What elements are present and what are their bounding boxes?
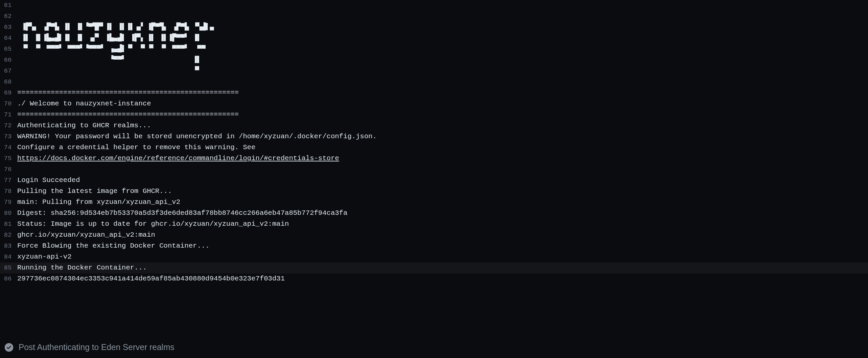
- line-number: 85: [4, 263, 17, 273]
- line-number: 62: [4, 11, 17, 21]
- line-content: ▝▘ ▝▘ ▀▀▀▘ ▀▀▀▘▝▀▀▀▘ ▗▄▟▌▝▘ ▝▘▝▘ ▝▘ ▀▀▀▘…: [17, 44, 864, 54]
- log-line[interactable]: 85Running the Docker Container...: [0, 263, 868, 273]
- line-number: 74: [4, 142, 17, 153]
- status-bar: Post Authenticating to Eden Server realm…: [0, 336, 868, 358]
- log-line[interactable]: 63 ▐▛▚▖ ▗▛▀▙ ▐▌ ▐▌▝▀▜▛▘▐▌ ▐▌▐▌▗▞ ▐▛▀▜▖ ▗…: [0, 22, 868, 33]
- line-content: Authenticating to GHCR realms...: [17, 120, 864, 131]
- log-line[interactable]: 65 ▝▘ ▝▘ ▀▀▀▘ ▀▀▀▘▝▀▀▀▘ ▗▄▟▌▝▘ ▝▘▝▘ ▝▘ ▀…: [0, 44, 868, 55]
- line-number: 79: [4, 197, 17, 207]
- line-content: Running the Docker Container...: [17, 263, 864, 273]
- log-line[interactable]: 77Login Succeeded: [0, 175, 868, 186]
- line-number: 82: [4, 230, 17, 240]
- line-content: ▐▛▚▖ ▗▛▀▙ ▐▌ ▐▌▝▀▜▛▘▐▌ ▐▌▐▌▗▞ ▐▛▀▜▖ ▗▛▀▙…: [17, 22, 864, 32]
- line-number: 63: [4, 22, 17, 32]
- log-line[interactable]: 78Pulling the latest image from GHCR...: [0, 186, 868, 197]
- log-line[interactable]: 66 ▝▀▀▘ ▐▌: [0, 55, 868, 66]
- line-content: ./ Welcome to nauzyxnet-instance: [17, 98, 864, 109]
- line-content: xyzuan-api-v2: [17, 252, 864, 262]
- line-number: 76: [4, 164, 17, 174]
- line-number: 80: [4, 208, 17, 218]
- log-line[interactable]: 86297736ec0874304ec3353c941a414de59af85a…: [0, 273, 868, 284]
- line-number: 84: [4, 252, 17, 262]
- line-number: 73: [4, 131, 17, 141]
- log-line[interactable]: 69======================================…: [0, 88, 868, 98]
- log-line[interactable]: 76: [0, 164, 868, 175]
- line-number: 72: [4, 120, 17, 131]
- line-number: 71: [4, 109, 17, 120]
- log-line[interactable]: 64 ▐▌ ▐▌▐▙▄▟▌▐▌ ▐▌ ▗▞▘ ▐▙▄▟▌ ▐▛▚ ▐▌ ▐▌▐▛…: [0, 33, 868, 44]
- line-number: 68: [4, 76, 17, 87]
- log-link[interactable]: https://docs.docker.com/engine/reference…: [17, 155, 339, 162]
- line-content: ▝▀▀▘ ▐▌: [17, 55, 864, 65]
- line-number: 78: [4, 186, 17, 196]
- log-line[interactable]: 74Configure a credential helper to remov…: [0, 142, 868, 153]
- log-line[interactable]: 84xyzuan-api-v2: [0, 252, 868, 263]
- log-line[interactable]: 70./ Welcome to nauzyxnet-instance: [0, 98, 868, 109]
- log-line[interactable]: 75https://docs.docker.com/engine/referen…: [0, 153, 868, 164]
- line-content: https://docs.docker.com/engine/reference…: [17, 153, 864, 164]
- line-content: 297736ec0874304ec3353c941a414de59af85ab4…: [17, 273, 864, 284]
- log-line[interactable]: 73WARNING! Your password will be stored …: [0, 131, 868, 142]
- line-content: Pulling the latest image from GHCR...: [17, 186, 864, 197]
- log-line[interactable]: 79main: Pulling from xyzuan/xyzuan_api_v…: [0, 197, 868, 208]
- log-line[interactable]: 62: [0, 11, 868, 22]
- line-number: 77: [4, 175, 17, 185]
- line-content: Configure a credential helper to remove …: [17, 142, 864, 153]
- line-content: ========================================…: [17, 109, 864, 120]
- line-number: 64: [4, 33, 17, 43]
- line-content: Status: Image is up to date for ghcr.io/…: [17, 219, 864, 229]
- line-number: 75: [4, 153, 17, 163]
- line-number: 61: [4, 0, 17, 10]
- log-line[interactable]: 82ghcr.io/xyzuan/xyzuan_api_v2:main: [0, 230, 868, 241]
- line-number: 83: [4, 241, 17, 251]
- line-content: ▝▘: [17, 66, 864, 76]
- log-line[interactable]: 68: [0, 76, 868, 88]
- line-content: ========================================…: [17, 88, 864, 98]
- status-text: Post Authenticating to Eden Server realm…: [19, 341, 175, 354]
- log-line[interactable]: 67 ▝▘: [0, 66, 868, 76]
- log-line[interactable]: 83Force Blowing the existing Docker Cont…: [0, 241, 868, 252]
- line-content: ▐▌ ▐▌▐▙▄▟▌▐▌ ▐▌ ▗▞▘ ▐▙▄▟▌ ▐▛▚ ▐▌ ▐▌▐▛▀▀▘…: [17, 33, 864, 43]
- log-line[interactable]: 72Authenticating to GHCR realms...: [0, 120, 868, 131]
- line-number: 81: [4, 219, 17, 229]
- check-circle-icon: [5, 343, 13, 352]
- line-content: Force Blowing the existing Docker Contai…: [17, 241, 864, 251]
- line-number: 65: [4, 44, 17, 54]
- log-output[interactable]: 616263 ▐▛▚▖ ▗▛▀▙ ▐▌ ▐▌▝▀▜▛▘▐▌ ▐▌▐▌▗▞ ▐▛▀…: [0, 0, 868, 338]
- line-number: 69: [4, 88, 17, 98]
- line-content: WARNING! Your password will be stored un…: [17, 131, 864, 142]
- line-number: 66: [4, 55, 17, 65]
- line-content: Login Succeeded: [17, 175, 864, 186]
- log-line[interactable]: 80Digest: sha256:9d534eb7b53370a5d3f3de6…: [0, 208, 868, 219]
- line-content: main: Pulling from xyzuan/xyzuan_api_v2: [17, 197, 864, 207]
- line-content: ghcr.io/xyzuan/xyzuan_api_v2:main: [17, 230, 864, 240]
- log-line[interactable]: 61: [0, 0, 868, 11]
- log-line[interactable]: 81Status: Image is up to date for ghcr.i…: [0, 219, 868, 230]
- log-line[interactable]: 71======================================…: [0, 109, 868, 120]
- line-content: Digest: sha256:9d534eb7b53370a5d3f3de6de…: [17, 208, 864, 219]
- line-number: 67: [4, 66, 17, 76]
- line-number: 86: [4, 273, 17, 284]
- line-number: 70: [4, 98, 17, 109]
